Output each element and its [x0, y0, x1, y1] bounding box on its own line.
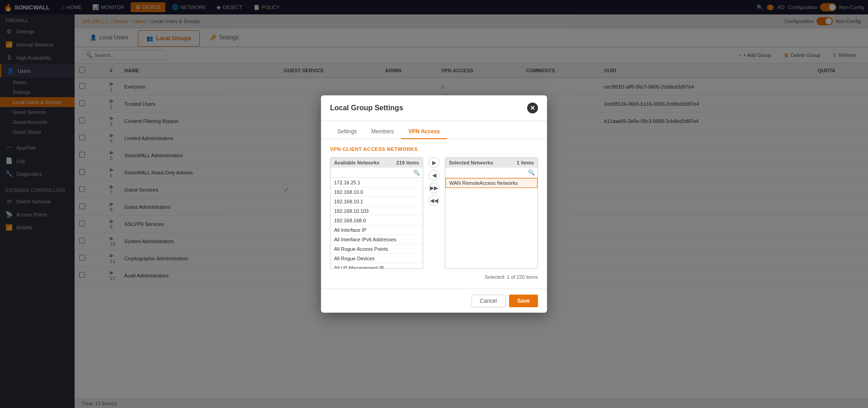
selected-search: 🔍 — [445, 168, 538, 178]
modal-overlay: Local Group Settings ✕ Settings Members … — [0, 0, 868, 408]
selected-search-input[interactable] — [448, 170, 528, 175]
available-search-icon: 🔍 — [413, 169, 420, 176]
available-networks-panel: Available Networks 219 items 🔍 172.16.25… — [330, 157, 423, 269]
save-button[interactable]: Save — [509, 295, 538, 307]
modal-tabs: Settings Members VPN Access — [321, 121, 547, 139]
modal-title: Local Group Settings — [330, 104, 403, 112]
modal-tab-settings[interactable]: Settings — [330, 125, 364, 139]
selected-header: Selected Networks 1 items — [445, 158, 538, 168]
selected-networks-panel: Selected Networks 1 items 🔍 WAN RemoteAc… — [445, 157, 538, 269]
modal: Local Group Settings ✕ Settings Members … — [321, 95, 547, 313]
move-all-left-button[interactable]: ◀◀ — [429, 195, 439, 206]
cancel-button[interactable]: Cancel — [472, 295, 505, 307]
move-right-button[interactable]: ▶ — [429, 157, 439, 168]
available-list-item[interactable]: All Interface IPv6 Addresses — [330, 235, 423, 244]
available-list-item[interactable]: All Rogue Access Points — [330, 244, 423, 254]
modal-tab-members[interactable]: Members — [364, 125, 401, 139]
modal-body: VPN CLIENT ACCESS NETWORKS Available Net… — [321, 139, 547, 289]
available-list-item[interactable]: 192.168.168.0 — [330, 216, 423, 225]
modal-tab-vpn-access[interactable]: VPN Access — [401, 125, 447, 139]
available-list-item[interactable]: All Interface IP — [330, 225, 423, 235]
modal-close-button[interactable]: ✕ — [527, 103, 538, 113]
available-list-item[interactable]: 192.168.10.0 — [330, 188, 423, 197]
available-list-item[interactable]: All Rogue Devices — [330, 254, 423, 263]
modal-header: Local Group Settings ✕ — [321, 95, 547, 121]
vpn-columns: Available Networks 219 items 🔍 172.16.25… — [330, 157, 538, 269]
transfer-buttons: ▶ ◀ ▶▶ ◀◀ — [427, 157, 441, 206]
modal-footer: Cancel Save — [321, 289, 547, 313]
available-list: 172.16.25.1192.168.10.0192.168.10.1192.1… — [330, 178, 423, 268]
selected-list: WAN RemoteAccess Networks — [445, 178, 538, 268]
selected-list-item[interactable]: WAN RemoteAccess Networks — [445, 178, 538, 188]
available-header: Available Networks 219 items — [330, 158, 423, 168]
available-search: 🔍 — [330, 168, 423, 178]
available-search-input[interactable] — [333, 170, 413, 175]
selected-count: Selected: 1 of 220 items — [330, 272, 538, 281]
move-all-right-button[interactable]: ▶▶ — [429, 183, 439, 193]
move-left-button[interactable]: ◀ — [429, 170, 439, 181]
available-list-item[interactable]: 172.16.25.1 — [330, 178, 423, 188]
vpn-section-title: VPN CLIENT ACCESS NETWORKS — [330, 146, 538, 152]
available-list-item[interactable]: 192.168.10.103 — [330, 206, 423, 216]
available-list-item[interactable]: All U0 Management IP — [330, 263, 423, 268]
selected-search-icon: 🔍 — [528, 169, 535, 176]
available-list-item[interactable]: 192.168.10.1 — [330, 197, 423, 206]
